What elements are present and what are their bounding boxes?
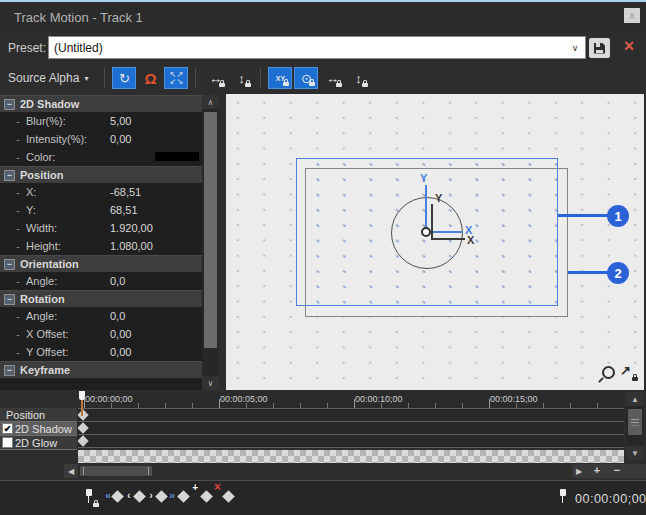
group-title: Position [20, 169, 63, 181]
prevent-horizontal-scaling-button[interactable]: ↔ [320, 67, 344, 89]
property-label: Width: [26, 222, 110, 234]
motion-canvas[interactable]: Y X Y X 1 2 ↗ [226, 94, 644, 390]
scroll-up-icon[interactable]: ▲ [626, 392, 644, 406]
center-handle[interactable] [421, 227, 431, 237]
scrollbar-thumb[interactable] [80, 466, 152, 476]
keyframe-diamond-icon[interactable] [78, 435, 89, 446]
keyframe-row-2d-glow[interactable] [78, 435, 624, 448]
properties-scrollbar[interactable]: ∧ ∨ [202, 95, 219, 390]
pan-lock-icon[interactable]: ↗ [620, 363, 638, 381]
2d-glow-checkbox[interactable] [2, 437, 13, 448]
y-axis-line [425, 185, 427, 232]
delete-preset-button[interactable]: × [618, 35, 640, 57]
group-header-keyframe[interactable]: − Keyframe [0, 361, 202, 378]
property-value[interactable]: 0,00 [110, 328, 131, 340]
group-header-orientation[interactable]: − Orientation [0, 255, 202, 272]
cursor-timecode[interactable]: 00:00:00;00 [575, 492, 646, 506]
lock-cursor-button[interactable] [85, 489, 93, 508]
property-row-y-offset[interactable]: - Y Offset: 0,00 [0, 343, 202, 361]
edit-in-object-space-button[interactable]: ↖↗↙↘ [164, 67, 188, 89]
property-row-rotation-angle[interactable]: - Angle: 0,0 [0, 307, 202, 325]
prevent-horizontal-movement-button[interactable]: ↔ [203, 67, 227, 89]
timeline-ruler[interactable]: 00:00:00;00 00:00:05;00 00:00:10;00 00:0… [78, 392, 624, 408]
property-row-color[interactable]: - Color: [0, 148, 202, 166]
collapse-icon[interactable]: − [4, 99, 15, 110]
group-header-rotation[interactable]: − Rotation [0, 290, 202, 307]
preset-combobox[interactable]: (Untitled) ∨ [48, 36, 586, 59]
track-label: 2D Shadow [15, 423, 72, 435]
collapse-icon[interactable]: − [4, 365, 15, 376]
track-row-2d-glow[interactable]: 2D Glow [0, 436, 77, 450]
collapse-icon[interactable]: − [4, 294, 15, 305]
property-row-x[interactable]: - X: -68,51 [0, 183, 202, 201]
diamond-icon [111, 490, 124, 503]
property-row-height[interactable]: - Height: 1.080,00 [0, 237, 202, 255]
scroll-down-icon[interactable]: ▼ [626, 446, 644, 460]
arrow-sw-icon: ↙ [169, 78, 176, 85]
zoom-in-button[interactable]: + [588, 464, 606, 478]
save-preset-button[interactable] [589, 38, 610, 58]
callout-1-leader [558, 214, 609, 217]
property-value[interactable]: 1.080,00 [110, 240, 153, 252]
2d-shadow-checkbox[interactable]: ✔ [2, 423, 13, 434]
zoom-out-button[interactable]: − [608, 464, 626, 478]
keyframe-row-position[interactable] [78, 409, 624, 422]
group-header-position[interactable]: − Position [0, 166, 202, 183]
collapse-icon[interactable]: − [4, 259, 15, 270]
pin-icon [85, 489, 93, 504]
collapse-icon[interactable]: − [4, 170, 15, 181]
group-title: 2D Shadow [20, 98, 79, 110]
property-label: Height: [26, 240, 110, 252]
property-row-x-offset[interactable]: - X Offset: 0,00 [0, 325, 202, 343]
timeline-vertical-scrollbar[interactable]: ▲ ▼ [626, 392, 644, 460]
scrollbar-thumb[interactable] [204, 112, 217, 348]
property-value[interactable]: 0,0 [110, 275, 125, 287]
keyframe-row-2d-shadow[interactable] [78, 422, 624, 435]
color-swatch[interactable] [155, 152, 199, 161]
property-value[interactable]: 1.920,00 [110, 222, 153, 234]
toolbar-separator [260, 68, 261, 88]
property-row-blur[interactable]: - Blur(%): 5,00 [0, 112, 202, 130]
enable-rotation-button[interactable]: ↻ [112, 67, 136, 89]
row-dash-icon: - [16, 328, 26, 340]
playhead-marker[interactable] [79, 391, 85, 400]
track-motion-window: Track Motion - Track 1 x Preset: (Untitl… [0, 0, 646, 515]
scrollbar-track[interactable] [78, 464, 572, 478]
pan-arrow-icon: ↗ [620, 363, 631, 378]
scroll-right-icon[interactable]: ▶ [572, 464, 586, 478]
property-row-y[interactable]: - Y: 68,51 [0, 201, 202, 219]
prevent-vertical-scaling-button[interactable]: ↕ [346, 67, 370, 89]
diamond-icon [200, 490, 213, 503]
property-value[interactable]: 5,00 [110, 115, 131, 127]
prevent-vertical-movement-button[interactable]: ↕ [229, 67, 253, 89]
scroll-down-icon[interactable]: ∨ [202, 376, 219, 390]
keyframe-diamond-icon[interactable] [78, 422, 89, 433]
ruler-label: 00:00:10;00 [355, 394, 403, 404]
scroll-up-icon[interactable]: ∧ [202, 95, 219, 109]
enable-snapping-button[interactable]: Ω [138, 67, 162, 89]
property-value[interactable]: 0,0 [110, 310, 125, 322]
scrollbar-thumb[interactable] [628, 409, 642, 435]
property-row-width[interactable]: - Width: 1.920,00 [0, 219, 202, 237]
track-row-2d-shadow[interactable]: ✔ 2D Shadow [0, 422, 77, 436]
lock-aspect-ratio-button[interactable]: XY [268, 67, 292, 89]
property-row-intensity[interactable]: - Intensity(%): 0,00 [0, 130, 202, 148]
property-value[interactable]: 68,51 [110, 204, 138, 216]
source-alpha-label: Source Alpha [8, 71, 79, 85]
scale-about-center-button[interactable]: ⊙ [294, 67, 318, 89]
property-row-orientation-angle[interactable]: - Angle: 0,0 [0, 272, 202, 290]
track-row-position[interactable]: Position [0, 408, 77, 422]
group-header-2d-shadow[interactable]: − 2D Shadow [0, 95, 202, 112]
keyframe-rows[interactable] [78, 408, 624, 450]
property-value[interactable]: -68,51 [110, 186, 141, 198]
property-value[interactable]: 0,00 [110, 133, 131, 145]
save-icon [594, 43, 605, 54]
zoom-controls: + − [586, 464, 646, 478]
zoom-tool-icon[interactable] [602, 366, 615, 379]
property-label: Angle: [26, 310, 110, 322]
close-button[interactable]: x [624, 8, 640, 23]
property-value[interactable]: 0,00 [110, 346, 131, 358]
keyframe-diamond-icon[interactable] [78, 409, 89, 420]
scroll-left-icon[interactable]: ◀ [64, 464, 78, 478]
source-alpha-dropdown[interactable]: Source Alpha ▾ [8, 71, 88, 85]
